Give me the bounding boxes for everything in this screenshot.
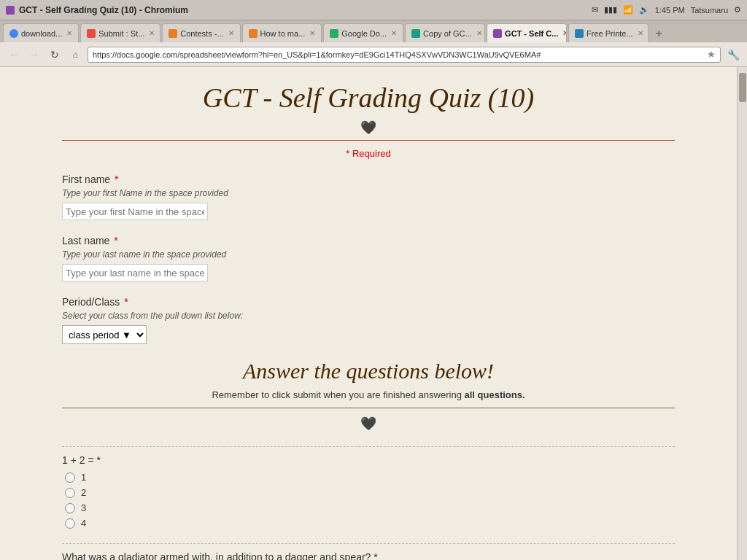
tab-close-gdoc[interactable]: ✕ — [391, 29, 397, 37]
question1-group: 1 + 2 = * 1 2 3 — [62, 446, 675, 529]
page-area: GCT - Self Grading Quiz (10) 🖤 * Require… — [0, 67, 737, 560]
clock: 1:45 PM — [655, 6, 685, 15]
tab-bar: download... ✕ Submit : St... ✕ Contests … — [0, 20, 747, 42]
new-tab-button[interactable]: + — [650, 25, 667, 42]
nav-bar: ← → ↻ ⌂ https://docs.google.com/spreadsh… — [0, 42, 747, 67]
q1-label-4: 4 — [81, 518, 86, 529]
scrollbar[interactable] — [737, 67, 747, 560]
q1-option-2: 2 — [65, 487, 675, 498]
tab-label-gct: GCT - Self C... — [505, 29, 558, 38]
q1-radio-3[interactable] — [65, 503, 75, 513]
tab-favicon-howto — [249, 29, 258, 38]
firstname-input[interactable] — [62, 203, 208, 220]
q1-radio-4[interactable] — [65, 518, 75, 529]
divider-top — [62, 140, 675, 141]
lastname-required: * — [111, 235, 117, 246]
tab-googledoc[interactable]: Google Do... ✕ — [323, 23, 403, 42]
forward-button[interactable]: → — [26, 47, 42, 63]
period-hint: Select your class from the pull down lis… — [62, 311, 675, 321]
battery-icon: ▮▮▮ — [604, 5, 617, 15]
tab-download[interactable]: download... ✕ — [3, 23, 79, 42]
q1-option-3: 3 — [65, 502, 675, 513]
section-heading: Answer the questions below! — [62, 359, 675, 384]
form-container: GCT - Self Grading Quiz (10) 🖤 * Require… — [62, 82, 675, 560]
window-favicon — [6, 6, 15, 15]
tab-contests[interactable]: Contests -... ✕ — [162, 23, 240, 42]
period-select[interactable]: class period ▼ — [62, 325, 147, 344]
required-note: * Required — [62, 148, 675, 159]
section-hint-bold: all questions. — [465, 389, 525, 400]
network-icon: ✉ — [592, 5, 598, 15]
tab-label-download: download... — [21, 29, 62, 38]
user-name: Tatsumaru — [691, 6, 728, 15]
signal-icon: 📶 — [623, 5, 633, 15]
address-bar[interactable]: https://docs.google.com/spreadsheet/view… — [88, 47, 721, 63]
home-button[interactable]: ⌂ — [67, 47, 83, 63]
tab-label-submit: Submit : St... — [98, 29, 144, 38]
heart-divider-top: 🖤 — [62, 120, 675, 136]
tab-label-contests: Contests -... — [180, 29, 223, 38]
title-bar: GCT - Self Grading Quiz (10) - Chromium … — [0, 0, 747, 20]
tab-label-gdoc: Google Do... — [341, 29, 387, 38]
tab-label-copy: Copy of GC... — [423, 29, 472, 38]
heart-icon-top: 🖤 — [360, 120, 376, 135]
tab-favicon-submit — [87, 29, 96, 38]
q1-label-2: 2 — [81, 487, 86, 498]
q1-radio-1[interactable] — [65, 472, 75, 483]
heart-divider-mid: 🖤 — [62, 416, 675, 432]
tab-close-gct[interactable]: ✕ — [562, 29, 567, 37]
tab-close-print[interactable]: ✕ — [638, 29, 643, 37]
page-content: GCT - Self Grading Quiz (10) 🖤 * Require… — [0, 67, 737, 560]
firstname-label: First name * — [62, 174, 675, 185]
tab-favicon-download — [9, 29, 18, 38]
volume-icon: 🔊 — [639, 5, 649, 15]
lastname-group: Last name * Type your last name in the s… — [62, 235, 675, 281]
quiz-title: GCT - Self Grading Quiz (10) — [62, 82, 675, 114]
question2-label: What was a gladiator armed with, in addi… — [62, 551, 675, 560]
tab-close-contests[interactable]: ✕ — [228, 29, 234, 37]
question1-options: 1 2 3 4 — [65, 472, 675, 529]
tab-copy[interactable]: Copy of GC... ✕ — [405, 23, 485, 42]
tab-gct[interactable]: GCT - Self C... ✕ — [487, 23, 567, 42]
tab-print[interactable]: Free Printe... ✕ — [568, 23, 649, 42]
heart-icon-mid: 🖤 — [360, 416, 376, 431]
section-hint: Remember to click submit when you are fi… — [62, 389, 675, 400]
tab-favicon-copy — [411, 29, 420, 38]
window-title: GCT - Self Grading Quiz (10) - Chromium — [19, 5, 188, 15]
bookmark-icon[interactable]: ★ — [707, 49, 716, 60]
firstname-hint: Type your first Name in the space provid… — [62, 188, 675, 198]
tab-close-copy[interactable]: ✕ — [476, 29, 482, 37]
question2-group: What was a gladiator armed with, in addi… — [62, 543, 675, 560]
tab-favicon-print — [575, 29, 584, 38]
address-text: https://docs.google.com/spreadsheet/view… — [93, 50, 541, 59]
question1-label: 1 + 2 = * — [62, 454, 675, 466]
tab-close-submit[interactable]: ✕ — [149, 29, 155, 37]
firstname-group: First name * Type your first Name in the… — [62, 174, 675, 220]
period-group: Period/Class * Select your class from th… — [62, 296, 675, 344]
tab-label-howto: How to ma... — [260, 29, 306, 38]
divider-mid — [62, 408, 675, 408]
tab-favicon-gct — [493, 29, 502, 38]
tab-howto[interactable]: How to ma... ✕ — [242, 23, 322, 42]
lastname-hint: Type your last name in the space provide… — [62, 249, 675, 260]
tab-label-print: Free Printe... — [587, 29, 633, 38]
period-label: Period/Class * — [62, 296, 675, 308]
period-required: * — [121, 296, 128, 308]
menu-button[interactable]: 🔧 — [725, 47, 741, 63]
firstname-required: * — [112, 174, 118, 185]
q1-radio-2[interactable] — [65, 488, 75, 498]
lastname-input[interactable] — [62, 264, 208, 281]
scroll-thumb[interactable] — [739, 73, 746, 102]
tab-submit[interactable]: Submit : St... ✕ — [80, 23, 160, 42]
q1-option-4: 4 — [65, 518, 675, 529]
tab-favicon-gdoc — [330, 29, 338, 38]
browser-content: GCT - Self Grading Quiz (10) 🖤 * Require… — [0, 67, 747, 560]
back-button[interactable]: ← — [6, 47, 22, 63]
q1-option-1: 1 — [65, 472, 675, 483]
lastname-label: Last name * — [62, 235, 675, 246]
tab-close-download[interactable]: ✕ — [66, 29, 72, 37]
reload-button[interactable]: ↻ — [47, 47, 63, 63]
tab-close-howto[interactable]: ✕ — [309, 29, 315, 37]
q1-label-1: 1 — [81, 472, 86, 483]
settings-icon[interactable]: ⚙ — [734, 5, 741, 15]
